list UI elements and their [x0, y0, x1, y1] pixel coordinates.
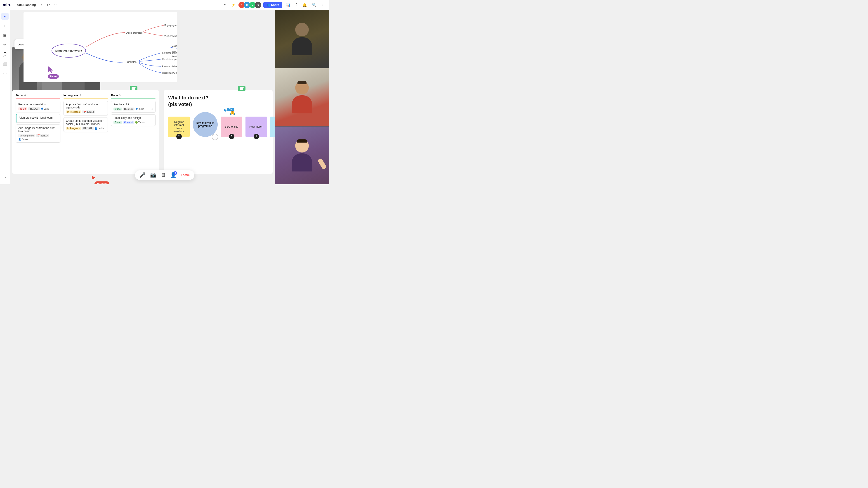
mindmap-area: Effective teamwork Agile practices Engag… — [24, 12, 177, 82]
search-icon[interactable]: 🔍 — [311, 3, 318, 7]
video-off-icon: 📷 — [150, 172, 156, 178]
vote-add-button[interactable]: + — [212, 134, 218, 140]
bell-icon[interactable]: 🔔 — [301, 3, 308, 7]
svg-text:Agile practices: Agile practices — [126, 31, 143, 34]
leave-label: Leave — [181, 173, 190, 177]
add-card-button[interactable]: + — [16, 145, 156, 150]
sidebar-text-tool[interactable]: T — [1, 22, 8, 29]
voting-board: What to do next?(pls vote!) 🙏 Regular in… — [164, 90, 273, 174]
leave-button[interactable]: Leave — [181, 173, 190, 177]
svg-text:Make inf...: Make inf... — [172, 45, 177, 47]
upload-button[interactable]: ↑ — [40, 2, 43, 8]
screen-share-button[interactable]: 🖥 — [161, 172, 166, 178]
svg-marker-15 — [224, 109, 227, 112]
people-button[interactable]: 👤 3 — [170, 172, 176, 178]
bottom-toolbar: 🎤 📷 🖥 👤 3 Leave — [135, 170, 194, 180]
mute-button[interactable]: 🎤 — [140, 172, 146, 178]
svg-marker-13 — [49, 66, 53, 73]
share-icon: 👥 — [267, 3, 270, 6]
chi-cursor: Chi — [224, 108, 227, 113]
sidebar: ▲ T ▣ ✏ 💬 ⬜ ⋯ » — [0, 10, 10, 184]
kanban-card[interactable]: Create static branded visual for social … — [64, 117, 108, 132]
kanban-board: To do 6 In progress 2 Done 3 — [12, 90, 159, 174]
kanban-col-header-done: Done 3 — [111, 94, 156, 98]
screen-icon: 🖥 — [161, 172, 166, 178]
sidebar-pen-tool[interactable]: ✏ — [1, 41, 8, 48]
kanban-card[interactable]: Proofread LP Done BE-2113 👤 Jules ⊞ — [111, 101, 156, 112]
sidebar-collapse[interactable]: » — [0, 175, 10, 182]
sidebar-comment-tool[interactable]: 💬 — [1, 51, 8, 58]
vote-title: What to do next?(pls vote!) — [168, 95, 268, 107]
video-button[interactable]: 📷 — [150, 172, 156, 178]
svg-text:Plan and deliver in time: Plan and deliver in time — [162, 65, 177, 68]
svg-text:Recognize wins: Recognize wins — [162, 72, 177, 74]
mindmap-svg: Effective teamwork Agile practices Engag… — [24, 12, 177, 82]
avatar-group: A B C +3 — [239, 2, 261, 8]
kanban-card[interactable]: Add image ideas from the brief to a boar… — [16, 125, 60, 142]
help-icon[interactable]: ? — [294, 3, 299, 7]
sidebar-more-tools[interactable]: ⋯ — [1, 70, 8, 77]
kanban-card[interactable]: Prepare documentation To Do BE-1723 👤 Ja… — [16, 101, 60, 112]
kanban-col-header-inprogress: In progress 2 — [64, 94, 108, 98]
svg-text:Remind c...: Remind c... — [172, 55, 177, 58]
terrence-cursor: Terrence — [91, 175, 96, 181]
miro-logo: miro — [3, 2, 11, 7]
kanban-col-header-todo: To do 6 — [16, 94, 60, 98]
video-tile-3 — [275, 126, 329, 184]
svg-marker-14 — [92, 175, 95, 180]
video-tile-2 — [275, 68, 329, 126]
canvas: Love this one! 😊 → 3 Effective teamwork … — [10, 10, 329, 184]
svg-text:Create transparency: Create transparency — [162, 58, 177, 61]
sticky-note-bbq[interactable]: BBQ offsite 5 — [221, 117, 242, 137]
video-panel — [275, 10, 329, 184]
chart-icon[interactable]: 📊 — [285, 3, 292, 7]
kanban-col-todo: Prepare documentation To Do BE-1723 👤 Ja… — [16, 101, 60, 142]
undo-button[interactable]: ↩ — [46, 2, 51, 8]
expand-icon[interactable]: ↔ — [320, 3, 327, 7]
sidebar-sticky-tool[interactable]: ▣ — [1, 32, 8, 39]
mic-off-icon: 🎤 — [140, 172, 146, 178]
terrence-cursor-label: Terrence — [94, 182, 110, 184]
avatar-extra: +3 — [255, 2, 261, 8]
svg-text:Weekly wins: Weekly wins — [164, 35, 177, 37]
sidebar-frame-tool[interactable]: ⬜ — [1, 60, 8, 67]
kanban-col-inprogress: Approve first draft of doc on agency sid… — [64, 101, 108, 142]
svg-text:Assign ov...: Assign ov... — [172, 51, 177, 53]
share-button[interactable]: 👥 Share — [264, 2, 282, 8]
topbar: miro Team Planning ↑ ↩ ↪ ✦ ⚡ A B C +3 👥 … — [0, 0, 329, 10]
sticky-notes-container: Regular informal team meetings 2 New mot… — [168, 112, 268, 137]
floating-chat-2 — [238, 86, 246, 91]
svg-text:Principles: Principles — [126, 61, 136, 63]
magic-icon[interactable]: ✦ — [222, 3, 228, 7]
svg-text:Engaging retrospectives: Engaging retrospectives — [164, 24, 177, 27]
chi-cursor-label: Chi — [227, 108, 234, 111]
redo-button[interactable]: ↪ — [53, 2, 58, 8]
people-badge: 3 — [174, 171, 177, 175]
sticky-note-regular[interactable]: Regular informal team meetings 2 — [168, 117, 190, 137]
video-tile-1 — [275, 10, 329, 68]
kanban-col-done: Proofread LP Done BE-2113 👤 Jules ⊞ Emai… — [111, 101, 156, 142]
board-title: Team Planning — [15, 3, 36, 6]
sticky-note-merch[interactable]: New merch 1 — [246, 117, 267, 137]
svg-text:Effective teamwork: Effective teamwork — [55, 49, 82, 53]
sidebar-select-tool[interactable]: ▲ — [1, 13, 8, 20]
kanban-card[interactable]: Approve first draft of doc on agency sid… — [64, 101, 108, 116]
lightning-icon[interactable]: ⚡ — [230, 3, 237, 7]
kanban-card[interactable]: Align project with legal team — [16, 114, 60, 123]
sticky-note-motivation[interactable]: New motivation programme + — [193, 112, 218, 137]
kanban-card[interactable]: Email copy and design Done Content 🟢 Tre… — [111, 114, 156, 126]
